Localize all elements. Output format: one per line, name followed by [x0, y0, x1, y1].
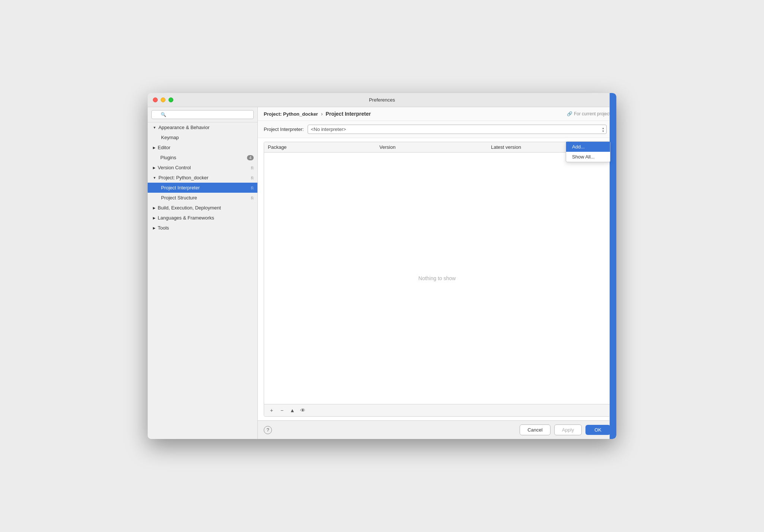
dropdown-item-add[interactable]: Add...	[566, 142, 610, 152]
bottom-bar: ? Cancel Apply OK	[258, 420, 616, 439]
interpreter-label: Project Interpreter:	[264, 126, 304, 132]
expand-arrow-icon: ▶	[153, 216, 155, 220]
cancel-button[interactable]: Cancel	[520, 424, 550, 435]
maximize-button[interactable]	[168, 97, 173, 102]
dropdown-item-show-all[interactable]: Show All...	[566, 152, 610, 162]
main-panel: Project: Python_docker › Project Interpr…	[258, 107, 616, 439]
packages-table: Package Version Latest version Nothing t…	[264, 142, 610, 417]
expand-arrow-icon: ▶	[153, 206, 155, 210]
plugins-badge: 4	[247, 155, 254, 160]
window-controls	[153, 97, 173, 102]
expand-arrow-icon: ▼	[153, 176, 156, 180]
sidebar-item-label: Editor	[158, 145, 170, 150]
search-container: ⌕	[148, 107, 257, 122]
expand-arrow-icon: ▶	[153, 146, 155, 150]
copy-icon: ⎘	[251, 186, 254, 190]
sidebar-item-label: Build, Execution, Deployment	[158, 205, 221, 211]
add-package-button[interactable]: +	[268, 407, 275, 414]
breadcrumb-separator: ›	[321, 111, 323, 117]
help-button[interactable]: ?	[264, 426, 272, 434]
sidebar: ⌕ ▼ Appearance & Behavior Keymap ▶ Edito…	[148, 107, 258, 439]
sidebar-item-label: Languages & Frameworks	[158, 215, 214, 221]
interpreter-select[interactable]: <No interpreter>	[308, 125, 607, 134]
link-icon: 🔗	[567, 111, 572, 116]
sidebar-item-project-structure[interactable]: Project Structure ⎘	[148, 193, 257, 203]
breadcrumb-parent: Project: Python_docker	[264, 111, 318, 117]
sidebar-item-project-python-docker[interactable]: ▼ Project: Python_docker ⎘	[148, 173, 257, 183]
sidebar-item-label: Tools	[158, 225, 169, 231]
close-button[interactable]	[153, 97, 158, 102]
sidebar-item-keymap[interactable]: Keymap	[148, 132, 257, 142]
sidebar-item-project-interpreter[interactable]: Project Interpreter ⎘	[148, 183, 257, 193]
interpreter-select-wrapper: <No interpreter> ▲ ▼	[308, 125, 607, 134]
sidebar-item-plugins[interactable]: Plugins 4	[148, 153, 257, 163]
sidebar-item-label: Project: Python_docker	[158, 175, 208, 180]
preferences-window: Preferences ⌕ ▼ Appearance & Behavior Ke…	[148, 93, 616, 439]
sidebar-item-version-control[interactable]: ▶ Version Control ⎘	[148, 163, 257, 173]
table-body: Nothing to show	[264, 153, 610, 404]
search-wrapper: ⌕	[151, 110, 254, 119]
copy-icon: ⎘	[251, 166, 254, 170]
sidebar-item-appearance-behavior[interactable]: ▼ Appearance & Behavior	[148, 122, 257, 132]
sidebar-item-tools[interactable]: ▶ Tools	[148, 223, 257, 233]
sidebar-item-languages-frameworks[interactable]: ▶ Languages & Frameworks	[148, 213, 257, 223]
sidebar-item-label: Version Control	[158, 165, 191, 170]
interpreter-row: Project Interpreter: <No interpreter> ▲ …	[258, 121, 616, 138]
sidebar-item-label: Keymap	[161, 135, 179, 140]
column-header-version: Version	[379, 144, 491, 150]
ok-button[interactable]: OK	[585, 425, 610, 435]
for-current-project-label: For current project	[574, 111, 610, 116]
apply-button[interactable]: Apply	[554, 424, 582, 435]
empty-message: Nothing to show	[418, 275, 456, 281]
breadcrumb-current: Project Interpreter	[326, 111, 371, 117]
eye-package-button[interactable]: 👁	[299, 407, 306, 414]
up-package-button[interactable]: ▲	[289, 407, 296, 414]
table-toolbar: + − ▲ 👁	[264, 404, 610, 416]
interpreter-dropdown-menu: Add... Show All...	[566, 141, 610, 162]
breadcrumb-bar: Project: Python_docker › Project Interpr…	[258, 107, 616, 121]
expand-arrow-icon: ▶	[153, 226, 155, 230]
expand-arrow-icon: ▶	[153, 166, 155, 170]
search-input[interactable]	[151, 110, 254, 119]
sidebar-item-label: Appearance & Behavior	[158, 125, 209, 130]
sidebar-item-label: Project Structure	[161, 195, 197, 201]
sidebar-item-label: Project Interpreter	[161, 185, 200, 190]
minimize-button[interactable]	[161, 97, 166, 102]
right-accent-bar	[610, 107, 616, 439]
remove-package-button[interactable]: −	[278, 407, 286, 414]
sidebar-item-editor[interactable]: ▶ Editor	[148, 142, 257, 153]
table-header: Package Version Latest version	[264, 142, 610, 153]
sidebar-item-label: Plugins	[160, 155, 176, 160]
copy-icon: ⎘	[251, 176, 254, 180]
for-current-project: 🔗 For current project	[567, 111, 610, 116]
content-area: ⌕ ▼ Appearance & Behavior Keymap ▶ Edito…	[148, 107, 616, 439]
window-title: Preferences	[369, 97, 395, 103]
title-bar: Preferences	[148, 93, 616, 107]
column-header-package: Package	[268, 144, 379, 150]
sidebar-item-build-execution-deployment[interactable]: ▶ Build, Execution, Deployment	[148, 203, 257, 213]
copy-icon: ⎘	[251, 196, 254, 200]
expand-arrow-icon: ▼	[153, 126, 156, 129]
